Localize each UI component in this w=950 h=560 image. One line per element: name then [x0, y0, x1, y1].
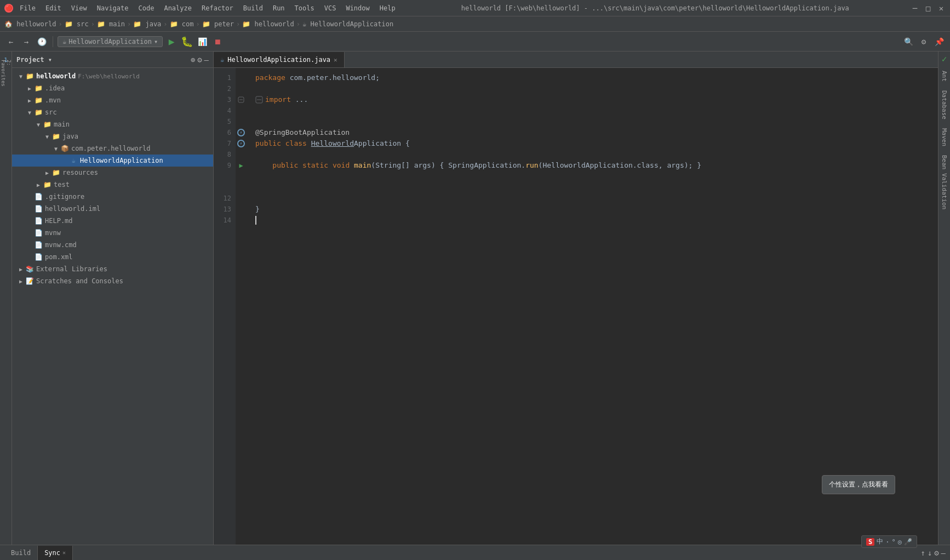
coverage-button[interactable]: 📊 — [196, 35, 209, 48]
menu-navigate[interactable]: Navigate — [93, 3, 133, 13]
tree-item-resources[interactable]: ▶ 📁 resources — [12, 167, 213, 179]
bottom-tab-sync[interactable]: Sync ✕ — [38, 546, 73, 560]
annotation-icon[interactable]: ⚡ — [236, 127, 247, 138]
tree-item-gitignore[interactable]: ▶ 📄 .gitignore — [12, 191, 213, 203]
menu-window[interactable]: Window — [341, 3, 374, 13]
recent-files-button[interactable]: 🕐 — [35, 35, 48, 48]
package-icon: 📦 — [60, 144, 69, 153]
code-line-14[interactable] — [255, 215, 938, 226]
breadcrumb-item[interactable]: 📁 com — [170, 20, 194, 28]
panel-header: Project ▾ ⊕ ⚙ – — [12, 52, 213, 68]
close-panel-button[interactable]: – — [941, 548, 946, 557]
file-icon: 📄 — [34, 228, 43, 237]
breadcrumb-item[interactable]: 📁 peter — [202, 20, 234, 28]
file-icon: 📄 — [34, 192, 43, 201]
bottom-tab-build[interactable]: Build — [4, 546, 38, 560]
window-controls: ─ □ ✕ — [911, 4, 946, 13]
run-line-icon[interactable]: ▶ — [239, 160, 243, 171]
breadcrumb-item[interactable]: ☕ HelloworldApplication — [302, 20, 393, 28]
code-editor[interactable]: 1 2 3 4 5 6 7 8 9 10 11 12 13 14 — [214, 68, 938, 545]
tree-item-test[interactable]: ▶ 📁 test — [12, 179, 213, 191]
library-icon: 📚 — [25, 265, 34, 273]
menu-run[interactable]: Run — [268, 3, 289, 13]
code-line-13: } — [255, 204, 938, 215]
breadcrumb-item[interactable]: 📁 helloworld — [242, 20, 294, 28]
file-icon: 📄 — [34, 204, 43, 213]
right-tab-ant[interactable]: Ant — [938, 66, 950, 86]
tab-close-button[interactable]: ✕ — [334, 56, 337, 64]
tree-item-idea[interactable]: ▶ 📁 .idea — [12, 82, 213, 94]
right-tab-database[interactable]: Database — [938, 86, 950, 124]
gear-icon[interactable]: ⚙ — [197, 55, 202, 64]
tree-item-helloworld[interactable]: ▼ 📁 helloworld F:\web\helloworld — [12, 70, 213, 82]
folder-icon: 📁 — [43, 120, 51, 129]
tree-item-pomxml[interactable]: ▶ 📄 pom.xml — [12, 251, 213, 263]
run-config-dropdown[interactable]: ☕ HelloworldApplication ▾ — [58, 36, 163, 47]
code-line-2 — [255, 83, 938, 94]
code-body[interactable]: package com.peter.helloworld; import ...… — [247, 68, 938, 545]
pin-button[interactable]: 📌 — [932, 35, 946, 48]
menu-file[interactable]: File — [15, 3, 40, 13]
breadcrumb-item[interactable]: 🏠 helloworld — [4, 20, 56, 28]
run-gutter-button[interactable]: ⚡ — [236, 138, 247, 149]
floating-tooltip: 个性设置，点我看看 — [822, 475, 895, 494]
stop-button[interactable]: ⏹ — [211, 35, 224, 48]
tree-item-iml[interactable]: ▶ 📄 helloworld.iml — [12, 203, 213, 215]
tree-item-scratches[interactable]: ▶ 📝 Scratches and Consoles — [12, 275, 213, 287]
ime-dot: · — [885, 538, 889, 546]
sync-tab-close-button[interactable]: ✕ — [62, 550, 66, 556]
bottom-panel-tabs: Build Sync ✕ ↑ ↓ ⚙ – — [0, 545, 950, 560]
window-title: helloworld [F:\web\helloworld] - ...\src… — [461, 4, 849, 12]
debug-button[interactable]: 🐛 — [180, 35, 193, 48]
tree-item-java[interactable]: ▼ 📁 java — [12, 130, 213, 142]
breadcrumb-item[interactable]: 📁 java — [133, 20, 161, 28]
title-bar: 🔴 File Edit View Navigate Code Analyze R… — [0, 0, 950, 16]
sdk-button[interactable]: 🔍 — [902, 35, 915, 48]
menu-vcs[interactable]: VCS — [320, 3, 341, 13]
tree-item-main[interactable]: ▼ 📁 main — [12, 118, 213, 130]
close-button[interactable]: ✕ — [937, 4, 946, 13]
back-button[interactable]: ← — [4, 35, 18, 48]
menu-refactor[interactable]: Refactor — [197, 3, 238, 13]
forward-button[interactable]: → — [20, 35, 33, 48]
run-button[interactable]: ▶ — [165, 35, 178, 48]
tree-item-mvnw[interactable]: ▶ 📄 mvnw — [12, 227, 213, 239]
tree-item-external-libs[interactable]: ▶ 📚 External Libraries — [12, 263, 213, 275]
menu-analyze[interactable]: Analyze — [159, 3, 196, 13]
scroll-up-button[interactable]: ↑ — [920, 548, 925, 557]
tree-item-mvnwcmd[interactable]: ▶ 📄 mvnw.cmd — [12, 239, 213, 251]
scroll-down-button[interactable]: ↓ — [928, 548, 932, 557]
right-tab-maven[interactable]: Maven — [938, 124, 950, 151]
expand-arrow-icon: ▶ — [34, 182, 43, 188]
bottom-tab-actions: ↑ ↓ ⚙ – — [920, 548, 946, 557]
right-tab-bean-validation[interactable]: Bean Validation — [938, 151, 950, 214]
settings-icon[interactable]: ⚙ — [934, 548, 938, 557]
main-layout: 1 2: Favorites Project ▾ ⊕ ⚙ – ▼ 📁 hello… — [0, 52, 950, 545]
tree-item-src[interactable]: ▼ 📁 src — [12, 106, 213, 118]
tree-item-helpmd[interactable]: ▶ 📄 HELP.md — [12, 215, 213, 227]
menu-help[interactable]: Help — [375, 3, 400, 13]
expand-arrow-icon: ▼ — [16, 73, 25, 79]
menu-code[interactable]: Code — [134, 3, 159, 13]
menu-tools[interactable]: Tools — [290, 3, 319, 13]
editor-tab-helloworldapplication[interactable]: ☕ HelloworldApplication.java ✕ — [214, 52, 345, 67]
tree-item-helloworldapplication[interactable]: ▶ ☕ HelloworldApplication — [12, 155, 213, 167]
menu-edit[interactable]: Edit — [41, 3, 66, 13]
favorites-activity-item[interactable]: 2: Favorites — [0, 67, 12, 79]
settings-button[interactable]: ⚙ — [917, 35, 930, 48]
tree-item-mvn[interactable]: ▶ 📁 .mvn — [12, 94, 213, 106]
menu-build[interactable]: Build — [239, 3, 267, 13]
tree-item-package[interactable]: ▼ 📦 com.peter.helloworld — [12, 142, 213, 155]
scratches-icon: 📝 — [25, 277, 34, 285]
breadcrumb-item[interactable]: 📁 src — [65, 20, 89, 28]
checkmark-icon[interactable]: ✓ — [940, 52, 949, 66]
bottom-panel: Build Sync ✕ ↑ ↓ ⚙ – ✓ Sync: at 2019/12/… — [0, 545, 950, 560]
hide-panel-button[interactable]: – — [204, 55, 209, 64]
minimize-button[interactable]: ─ — [911, 4, 919, 13]
menu-view[interactable]: View — [67, 3, 91, 13]
breadcrumb-item[interactable]: 📁 main — [97, 20, 125, 28]
maximize-button[interactable]: □ — [924, 4, 932, 13]
fold-icon[interactable] — [236, 94, 247, 105]
sync-icon[interactable]: ⊕ — [191, 55, 195, 64]
dropdown-arrow-icon: ▾ — [154, 38, 158, 45]
